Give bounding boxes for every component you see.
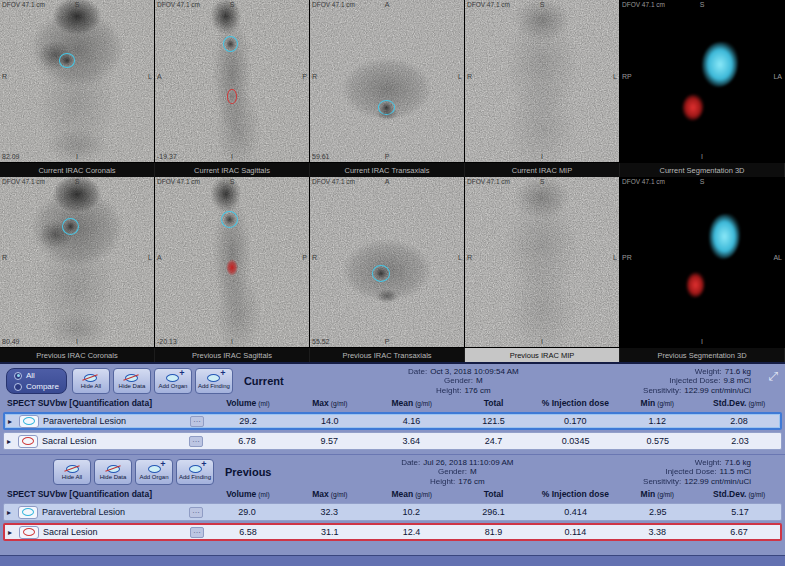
study-meta-current: Date:Oct 3, 2018 10:09:54 AMGender:MHeig…: [289, 367, 638, 396]
hide-all-button[interactable]: Hide All: [53, 459, 91, 485]
row-expander-icon[interactable]: ▸: [7, 508, 14, 517]
orientation-label-bottom: I: [76, 153, 78, 161]
value-cell: 0.114: [534, 527, 616, 537]
column-label: Max: [312, 489, 329, 499]
tab-current-segmentation-3d[interactable]: Current Segmentation 3D: [620, 163, 785, 177]
lesion-row-paravertebral-lesion[interactable]: ▸Paravertebral Lesion…29.214.04.16121.50…: [3, 412, 782, 430]
column-header-max: Max(g/ml): [289, 489, 371, 499]
quant-header-current: AllCompareHide AllHide DataAdd OrganAdd …: [0, 364, 785, 397]
tab-current-irac-transaxials[interactable]: Current IRAC Transaxials: [310, 163, 465, 177]
viewport-current-transaxial[interactable]: DFOV 47.1 cmARLP59.61: [310, 0, 465, 163]
tab-previous-irac-mip[interactable]: Previous IRAC MIP: [465, 348, 620, 362]
viewport-tab-label: Previous Segmentation 3D: [657, 351, 746, 360]
column-label: % Injection dose: [542, 489, 609, 499]
slice-position-label: 59.61: [312, 153, 330, 161]
meta-value: Oct 3, 2018 10:09:54 AM: [430, 367, 519, 376]
lesion-roi-icon[interactable]: [18, 435, 38, 448]
hide-data-button[interactable]: Hide Data: [94, 459, 132, 485]
column-label: Min: [641, 489, 656, 499]
viewport-current-seg3d[interactable]: DFOV 47.1 cmSRPLAI: [620, 0, 785, 163]
orientation-label-left: A: [157, 73, 162, 81]
tab-current-irac-sagittals[interactable]: Current IRAC Sagittals: [155, 163, 310, 177]
lesion-roi-icon[interactable]: [18, 506, 38, 519]
expand-panel-icon[interactable]: ⤢: [768, 369, 778, 383]
tab-previous-irac-coronals[interactable]: Previous IRAC Coronals: [0, 348, 155, 362]
value-cell: 296.1: [452, 507, 534, 517]
meta-line-date: Date:Oct 3, 2018 10:09:54 AM: [289, 367, 638, 377]
hide-icon: [66, 465, 79, 473]
value-cell: 31.1: [289, 527, 371, 537]
lesion-row-sacral-lesion[interactable]: ▸Sacral Lesion…6.5831.112.481.90.1143.38…: [3, 523, 782, 541]
section-title-previous: Previous: [225, 466, 271, 478]
tab-current-irac-mip[interactable]: Current IRAC MIP: [465, 163, 620, 177]
column-unit: (g/ml): [331, 491, 348, 498]
lesion-roi-icon[interactable]: [19, 526, 39, 539]
hide-data-button[interactable]: Hide Data: [113, 368, 151, 394]
orientation-label-left: R: [2, 254, 7, 262]
lesion-row-sacral-lesion[interactable]: ▸Sacral Lesion…6.789.573.6424.70.03450.5…: [3, 432, 782, 450]
meta-value: Jul 26, 2018 11:10:09 AM: [423, 458, 513, 467]
tab-previous-irac-transaxials[interactable]: Previous IRAC Transaxials: [310, 348, 465, 362]
meta-line-height: Height:176 cm: [289, 386, 638, 396]
viewport-previous-coronal[interactable]: DFOV 47.1 cmSRLI80.49: [0, 177, 155, 348]
value-cell: 12.4: [371, 527, 453, 537]
lesion-roi-icon[interactable]: [19, 415, 39, 428]
column-unit: (g/ml): [748, 400, 765, 407]
viewport-current-sagittal[interactable]: DFOV 47.1 cmSAPI-19.37: [155, 0, 310, 163]
add-organ-button[interactable]: Add Organ: [135, 459, 173, 485]
meta-value: 71.6 kg: [725, 367, 751, 376]
viewport-current-coronal[interactable]: DFOV 47.1 cmSRLI82.09: [0, 0, 155, 163]
tab-previous-segmentation-3d[interactable]: Previous Segmentation 3D: [620, 348, 785, 362]
viewport-previous-seg3d[interactable]: DFOV 47.1 cmSPRALI: [620, 177, 785, 348]
column-label: Std.Dev.: [713, 489, 746, 499]
orientation-label-right: L: [458, 254, 462, 262]
row-expander-icon[interactable]: ▸: [8, 417, 15, 426]
more-options-button[interactable]: …: [190, 416, 204, 427]
study-meta-previous: Date:Jul 26, 2018 11:10:09 AMGender:MHei…: [276, 458, 638, 487]
value-cell: 0.575: [617, 436, 699, 446]
viewport-previous-transaxial[interactable]: DFOV 47.1 cmARLP55.52: [310, 177, 465, 348]
viewport-previous-mip[interactable]: DFOV 47.1 cmSRLI: [465, 177, 620, 348]
viewport-tab-label: Previous IRAC MIP: [510, 351, 575, 360]
add-finding-button[interactable]: Add Finding: [176, 459, 214, 485]
meta-label: Date:: [408, 367, 427, 376]
orientation-label-right: L: [458, 73, 462, 81]
column-header-max: Max(g/ml): [289, 398, 371, 408]
viewport-current-mip[interactable]: DFOV 47.1 cmSRLI: [465, 0, 620, 163]
orientation-label-top: S: [230, 178, 235, 186]
more-options-button[interactable]: …: [189, 507, 203, 518]
row-expander-icon[interactable]: ▸: [8, 528, 15, 537]
add-finding-button[interactable]: Add Finding: [195, 368, 233, 394]
more-options-button[interactable]: …: [189, 436, 203, 447]
button-label: Add Finding: [179, 474, 211, 480]
value-cell: 6.67: [698, 527, 780, 537]
column-label: Volume: [226, 398, 256, 408]
viewport-tab-label: Previous IRAC Sagittals: [192, 351, 272, 360]
value-cell: 10.2: [370, 507, 452, 517]
orientation-label-top: S: [75, 1, 80, 9]
meta-label: Gender:: [444, 376, 473, 385]
viewport-previous-sagittal[interactable]: DFOV 47.1 cmSAPI-20.13: [155, 177, 310, 348]
tab-previous-irac-sagittals[interactable]: Previous IRAC Sagittals: [155, 348, 310, 362]
row-expander-icon[interactable]: ▸: [7, 437, 14, 446]
tab-current-irac-coronals[interactable]: Current IRAC Coronals: [0, 163, 155, 177]
orientation-label-bottom: I: [541, 338, 543, 346]
hide-all-button[interactable]: Hide All: [72, 368, 110, 394]
orientation-label-top: S: [700, 1, 705, 9]
more-options-button[interactable]: …: [190, 527, 204, 538]
toggle-option-label: All: [26, 371, 35, 380]
orientation-label-left: R: [312, 254, 317, 262]
lesion-row-paravertebral-lesion[interactable]: ▸Paravertebral Lesion…29.032.310.2296.10…: [3, 503, 782, 521]
toggle-option-all[interactable]: All: [14, 371, 59, 380]
lesion-name: Paravertebral Lesion: [43, 416, 126, 426]
toggle-option-compare[interactable]: Compare: [14, 382, 59, 391]
column-unit: (g/ml): [415, 491, 432, 498]
column-header-injection-dose: % Injection dose: [534, 489, 616, 499]
lesion-name-cell: ▸Sacral Lesion…: [4, 435, 206, 448]
viewport-tab-label: Current IRAC Transaxials: [344, 166, 429, 175]
add-organ-button[interactable]: Add Organ: [154, 368, 192, 394]
orientation-label-top: A: [385, 178, 390, 186]
meta-label: Height:: [430, 477, 455, 486]
value-cell: 3.38: [616, 527, 698, 537]
viewport-tab-label: Current IRAC Sagittals: [194, 166, 270, 175]
